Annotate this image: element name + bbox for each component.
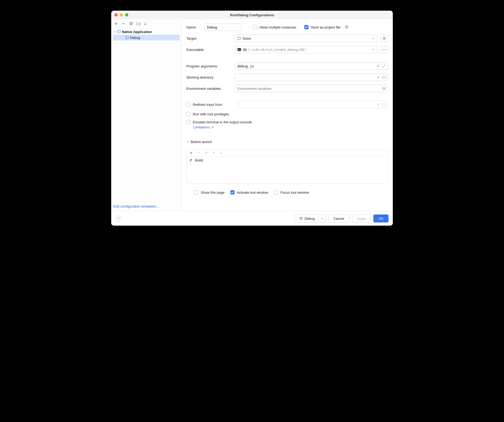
executable-browse-button[interactable]: ⋯ xyxy=(381,46,388,53)
root-privileges-check[interactable]: Run with root privileges xyxy=(186,112,388,116)
program-args-field[interactable] xyxy=(235,62,388,70)
tree-group-label: Native Application xyxy=(122,30,152,34)
debug-button[interactable]: Debug xyxy=(294,214,326,222)
chevron-down-icon xyxy=(113,31,116,33)
remove-icon[interactable] xyxy=(197,151,201,155)
checkbox-icon[interactable] xyxy=(186,102,191,107)
edit-icon[interactable] xyxy=(204,151,208,155)
activate-tool-check[interactable]: Activate tool window xyxy=(230,190,268,194)
cancel-button[interactable]: Cancel xyxy=(328,214,349,222)
store-as-file-label: Store as project file xyxy=(311,25,340,29)
focus-tool-check[interactable]: Focus tool window xyxy=(274,190,309,194)
name-label: Name: xyxy=(186,25,201,29)
executable-name: d8 xyxy=(243,48,247,52)
sidebar-toolbar: az xyxy=(111,19,181,27)
add-icon[interactable] xyxy=(189,151,193,155)
checkbox-icon[interactable] xyxy=(186,112,191,116)
folder-icon[interactable] xyxy=(382,102,386,107)
add-icon[interactable] xyxy=(376,75,380,79)
target-row: Target: None xyxy=(186,35,388,42)
folder-add-icon[interactable] xyxy=(136,22,141,26)
svg-point-17 xyxy=(300,218,302,220)
focus-tool-label: Focus tool window xyxy=(281,190,309,194)
svg-point-14 xyxy=(384,38,385,39)
ok-button[interactable]: OK xyxy=(373,214,389,222)
activate-tool-label: Activate tool window xyxy=(237,190,268,194)
redirect-field[interactable] xyxy=(238,101,388,108)
apply-button: Apply xyxy=(352,214,371,222)
program-args-input[interactable] xyxy=(237,64,386,68)
svg-point-6 xyxy=(118,31,119,31)
target-select[interactable]: None xyxy=(235,35,377,42)
tree-group-native-application[interactable]: Native Application xyxy=(111,29,181,35)
program-args-row: Program arguments: xyxy=(186,62,388,70)
before-launch-item-build[interactable]: Build xyxy=(187,157,388,164)
add-icon[interactable] xyxy=(376,64,380,68)
add-icon[interactable] xyxy=(114,22,118,26)
svg-rect-11 xyxy=(238,37,241,40)
sort-icon[interactable]: az xyxy=(144,22,148,26)
name-row: Name: Allow multiple instances Store as … xyxy=(186,23,388,31)
remove-icon[interactable] xyxy=(121,22,126,26)
target-label: Target: xyxy=(186,36,232,40)
env-label: Environment variables: xyxy=(186,87,232,91)
dialog-footer: ? Debug Cancel Apply OK xyxy=(111,211,393,226)
name-input[interactable] xyxy=(207,25,239,29)
chevron-down-icon[interactable] xyxy=(318,215,325,222)
executable-path: (~/v8/v8/out/arm64.debug/d8) xyxy=(248,48,306,52)
checkbox-icon[interactable] xyxy=(304,25,309,29)
redirect-row: Redirect input from: xyxy=(186,101,388,108)
before-launch-label: Before launch xyxy=(191,140,212,144)
emulate-label: Emulate terminal in the output console xyxy=(193,120,252,124)
allow-multiple-check[interactable]: Allow multiple instances xyxy=(253,25,296,29)
redirect-label: Redirect input from: xyxy=(193,103,223,107)
checkbox-icon[interactable] xyxy=(186,120,191,124)
env-field[interactable] xyxy=(235,85,388,92)
env-row: Environment variables: xyxy=(186,85,388,92)
sidebar-footer: Edit configuration templates... xyxy=(111,202,181,211)
executable-label: Executable: xyxy=(186,48,232,52)
checkbox-icon[interactable] xyxy=(274,190,278,194)
target-settings-button[interactable] xyxy=(381,35,388,42)
configuration-tree: Native Application Debug xyxy=(111,27,181,202)
before-launch-header[interactable]: Before launch xyxy=(186,140,388,144)
help-button[interactable]: ? xyxy=(115,216,121,221)
folder-icon[interactable] xyxy=(382,75,386,79)
expand-icon[interactable] xyxy=(382,64,386,68)
limitations-link[interactable]: Limitations ↗ xyxy=(193,125,388,129)
edit-templates-link[interactable]: Edit configuration templates... xyxy=(113,204,159,208)
checkbox-icon[interactable] xyxy=(230,190,235,194)
move-up-icon[interactable] xyxy=(212,151,215,155)
svg-point-5 xyxy=(118,31,118,31)
add-icon[interactable] xyxy=(376,102,380,107)
working-dir-row: Working directory: xyxy=(186,74,388,81)
move-down-icon[interactable] xyxy=(219,151,223,155)
working-dir-label: Working directory: xyxy=(186,75,232,79)
tree-item-debug[interactable]: Debug xyxy=(113,35,180,40)
name-field[interactable] xyxy=(205,23,242,31)
hammer-icon xyxy=(189,159,193,162)
working-dir-input[interactable] xyxy=(237,75,386,79)
checkbox-icon[interactable] xyxy=(253,25,257,29)
checkbox-icon[interactable] xyxy=(194,190,199,194)
tree-item-label: Debug xyxy=(130,36,140,40)
redirect-input[interactable] xyxy=(241,103,386,107)
env-input[interactable] xyxy=(237,87,386,91)
debug-label: Debug xyxy=(305,217,315,221)
emulate-terminal-check[interactable]: Emulate terminal in the output console xyxy=(186,120,388,124)
dialog-window: Run/Debug Configurations az xyxy=(111,11,393,226)
svg-text:z: z xyxy=(146,24,147,25)
terminal-icon xyxy=(237,48,241,51)
svg-rect-15 xyxy=(238,48,241,51)
root-label: Run with root privileges xyxy=(193,112,229,116)
list-icon[interactable] xyxy=(382,86,386,91)
show-page-check[interactable]: Show this page xyxy=(194,190,225,194)
redirect-check[interactable]: Redirect input from: xyxy=(186,102,235,107)
store-as-file-check[interactable]: Store as project file xyxy=(304,25,340,29)
executable-select[interactable]: d8 (~/v8/v8/out/arm64.debug/d8) xyxy=(235,46,377,53)
working-dir-field[interactable] xyxy=(235,74,388,81)
gear-icon[interactable] xyxy=(345,25,349,30)
sidebar: az Native Application Deb xyxy=(111,19,182,211)
svg-rect-4 xyxy=(118,31,121,33)
copy-icon[interactable] xyxy=(129,22,133,26)
